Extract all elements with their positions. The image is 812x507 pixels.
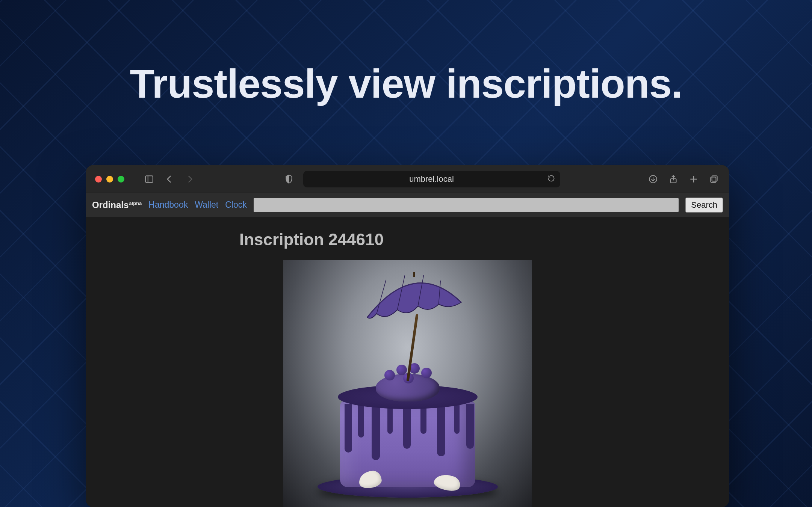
cake-drip [466,404,474,449]
hero-title: Trustlessly view inscriptions. [0,0,812,107]
brand-name: Ordinals [92,200,129,210]
cake-drip [437,404,445,456]
brand-logo[interactable]: Ordinalsalpha [92,200,142,210]
cake-drip [358,404,364,438]
nav-clock[interactable]: Clock [225,200,247,210]
maximize-window-button[interactable] [118,176,124,183]
back-button-icon[interactable] [163,173,175,185]
cake-berry [421,368,432,378]
umbrella-icon [360,272,469,332]
tab-overview-icon[interactable] [708,173,720,185]
sidebar-toggle-icon[interactable] [143,173,155,185]
forward-button-icon[interactable] [184,173,196,185]
cake-drip [345,404,352,453]
shield-icon[interactable] [283,173,295,185]
svg-rect-0 [145,176,153,182]
reload-icon[interactable] [547,175,555,184]
page-content: Inscription 244610 [86,217,729,507]
browser-window: umbrel.local [86,165,729,507]
browser-toolbar: umbrel.local [86,165,729,193]
cake-berry [384,370,395,380]
search-input[interactable] [254,198,679,212]
svg-rect-7 [712,176,717,181]
search-button[interactable]: Search [685,198,723,213]
nav-handbook[interactable]: Handbook [148,200,188,210]
svg-rect-8 [711,177,716,182]
cake-drip [372,404,380,460]
url-text: umbrel.local [409,174,454,184]
page-title: Inscription 244610 [239,230,729,249]
share-icon[interactable] [667,173,679,185]
cake-drip [403,404,411,449]
brand-badge: alpha [129,201,142,206]
minimize-window-button[interactable] [106,176,113,183]
close-window-button[interactable] [95,176,102,183]
url-bar[interactable]: umbrel.local [303,171,560,187]
cake-drip [454,404,460,434]
nav-wallet[interactable]: Wallet [195,200,218,210]
downloads-icon[interactable] [647,173,659,185]
app-navbar: Ordinalsalpha Handbook Wallet Clock Sear… [86,193,729,217]
window-controls [95,176,124,183]
new-tab-icon[interactable] [688,173,700,185]
inscription-image [283,260,532,507]
